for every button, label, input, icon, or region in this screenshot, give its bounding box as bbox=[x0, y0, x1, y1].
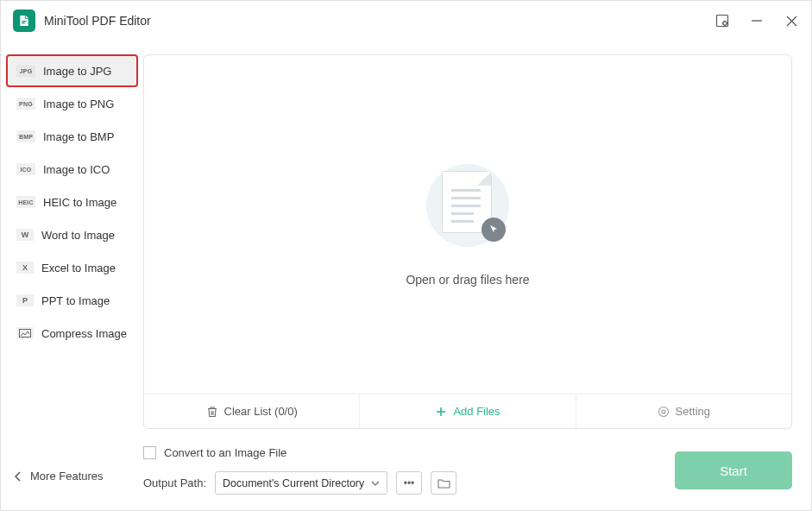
settings-icon[interactable] bbox=[714, 13, 730, 28]
clear-list-label: Clear List (0/0) bbox=[224, 405, 298, 418]
sidebar-item-label: PPT to Image bbox=[41, 294, 110, 307]
drop-zone-hint: Open or drag files here bbox=[406, 273, 529, 287]
format-badge-png: PNG bbox=[16, 98, 35, 110]
sidebar-item-image-to-jpg[interactable]: JPG Image to JPG bbox=[6, 54, 138, 87]
start-button-label: Start bbox=[720, 464, 747, 478]
more-features-button[interactable]: More Features bbox=[15, 470, 143, 483]
app-logo bbox=[13, 9, 35, 32]
convert-checkbox-label: Convert to an Image File bbox=[164, 446, 286, 459]
sidebar: JPG Image to JPG PNG Image to PNG BMP Im… bbox=[1, 41, 143, 510]
app-title: MiniTool PDF Editor bbox=[44, 14, 151, 28]
gear-icon bbox=[658, 406, 670, 418]
word-icon: W bbox=[16, 229, 34, 241]
ellipsis-icon: ••• bbox=[404, 477, 415, 489]
more-options-button[interactable]: ••• bbox=[396, 471, 422, 495]
sidebar-item-heic-to-image[interactable]: HEIC HEIC to Image bbox=[8, 186, 136, 218]
browse-folder-button[interactable] bbox=[431, 471, 456, 495]
sidebar-item-image-to-bmp[interactable]: BMP Image to BMP bbox=[8, 120, 136, 153]
chevron-down-icon bbox=[371, 481, 380, 486]
convert-checkbox[interactable] bbox=[143, 446, 156, 459]
sidebar-item-label: Word to Image bbox=[41, 229, 115, 242]
sidebar-item-label: Excel to Image bbox=[41, 262, 116, 274]
folder-icon bbox=[437, 478, 450, 489]
plus-icon bbox=[435, 406, 447, 418]
output-path-label: Output Path: bbox=[143, 476, 206, 489]
sidebar-item-compress-image[interactable]: Compress Image bbox=[8, 317, 136, 350]
start-button[interactable]: Start bbox=[675, 451, 792, 489]
sidebar-item-label: HEIC to Image bbox=[43, 196, 116, 209]
sidebar-item-label: Image to ICO bbox=[43, 163, 110, 176]
drop-zone[interactable]: Open or drag files here bbox=[144, 55, 791, 394]
main-panel: Open or drag files here Clear List (0/0)… bbox=[143, 41, 811, 510]
close-button[interactable] bbox=[784, 13, 799, 28]
more-features-label: More Features bbox=[30, 470, 104, 483]
sidebar-item-ppt-to-image[interactable]: P PPT to Image bbox=[8, 284, 136, 317]
svg-point-3 bbox=[723, 22, 727, 25]
minimize-button[interactable] bbox=[749, 13, 765, 28]
svg-rect-1 bbox=[22, 22, 24, 23]
svg-point-10 bbox=[658, 407, 668, 416]
output-path-select[interactable]: Document's Current Directory bbox=[215, 471, 387, 495]
svg-rect-0 bbox=[22, 21, 26, 22]
trash-icon bbox=[206, 406, 218, 418]
ppt-icon: P bbox=[16, 294, 34, 306]
setting-button[interactable]: Setting bbox=[576, 394, 791, 428]
sidebar-item-label: Image to PNG bbox=[43, 98, 114, 110]
format-badge-bmp: BMP bbox=[16, 130, 35, 142]
file-panel: Open or drag files here Clear List (0/0)… bbox=[143, 54, 792, 429]
add-files-button[interactable]: Add Files bbox=[359, 394, 575, 428]
compress-icon bbox=[16, 327, 34, 339]
footer: Convert to an Image File Output Path: Do… bbox=[143, 446, 792, 495]
svg-point-11 bbox=[662, 410, 665, 413]
output-path-value: Document's Current Directory bbox=[223, 477, 364, 489]
sidebar-item-label: Image to BMP bbox=[43, 130, 114, 143]
excel-icon: X bbox=[16, 262, 34, 274]
setting-label: Setting bbox=[676, 405, 710, 418]
action-bar: Clear List (0/0) Add Files Setting bbox=[144, 394, 791, 428]
sidebar-item-label: Image to JPG bbox=[43, 65, 111, 78]
format-badge-ico: ICO bbox=[16, 163, 35, 175]
sidebar-item-image-to-ico[interactable]: ICO Image to ICO bbox=[8, 153, 136, 186]
sidebar-item-excel-to-image[interactable]: X Excel to Image bbox=[8, 251, 136, 284]
sidebar-item-label: Compress Image bbox=[41, 327, 127, 340]
sidebar-item-word-to-image[interactable]: W Word to Image bbox=[8, 218, 136, 251]
format-badge-heic: HEIC bbox=[16, 196, 35, 208]
sidebar-item-image-to-png[interactable]: PNG Image to PNG bbox=[8, 87, 136, 120]
add-files-label: Add Files bbox=[453, 405, 500, 418]
convert-checkbox-row[interactable]: Convert to an Image File bbox=[143, 446, 659, 459]
document-upload-icon bbox=[425, 162, 511, 249]
chevron-left-icon bbox=[15, 471, 22, 482]
format-badge-jpg: JPG bbox=[16, 65, 35, 77]
clear-list-button[interactable]: Clear List (0/0) bbox=[144, 394, 359, 428]
titlebar: MiniTool PDF Editor bbox=[1, 1, 811, 41]
